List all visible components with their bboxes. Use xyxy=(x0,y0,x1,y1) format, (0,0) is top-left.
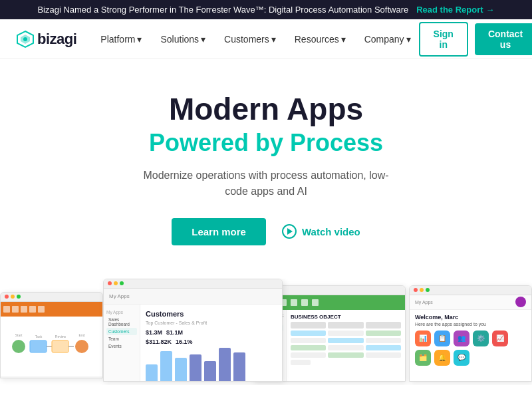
learn-more-button[interactable]: Learn more xyxy=(172,218,266,245)
grid-cell-9 xyxy=(366,345,401,350)
nav-platform[interactable]: Platform ▾ xyxy=(92,29,150,50)
stat-value-4: 16.1% xyxy=(176,338,193,345)
grid-row-2 xyxy=(291,338,401,343)
logo[interactable]: bizagi xyxy=(16,30,76,49)
stat-4: 16.1% xyxy=(176,338,193,345)
customers-panel-subtitle: Top Customer - Sales & Profit xyxy=(146,321,277,325)
svg-point-2 xyxy=(23,37,27,41)
watch-video-button[interactable]: Watch video xyxy=(282,224,360,239)
app-icon-item: ⚙️ xyxy=(473,331,489,346)
grid-cell-4 xyxy=(291,338,326,343)
grid-cell-13 xyxy=(291,360,311,365)
stat-1: $1.3M xyxy=(146,329,162,336)
toolbar-icon-3 xyxy=(21,306,27,313)
sidebar-item-customers: Customers xyxy=(106,328,137,335)
window-bar-mid xyxy=(104,279,282,289)
svg-point-5 xyxy=(12,340,25,353)
grid-cell-8 xyxy=(328,345,363,350)
user-avatar xyxy=(515,297,526,307)
app-icon-item: 🗂️ xyxy=(415,350,431,366)
svg-rect-6 xyxy=(30,340,47,352)
chart-bar xyxy=(175,358,187,382)
nav-resources[interactable]: Resources ▾ xyxy=(287,29,354,50)
process-flow-svg: Start Task Review End xyxy=(9,323,95,370)
app-icon-item: 👥 xyxy=(454,331,469,346)
toolbar-icon-4 xyxy=(29,306,36,313)
hero-title: Modern Apps xyxy=(13,92,519,126)
grid-cell-1 xyxy=(291,331,326,336)
svg-point-10 xyxy=(75,340,88,353)
navbar: bizagi Platform ▾ Solutions ▾ Customers … xyxy=(0,19,532,59)
hero-section: Modern Apps Powered by Process Modernize… xyxy=(0,59,532,265)
grid-header-1 xyxy=(291,322,326,329)
close-dot-far xyxy=(414,288,418,292)
hero-buttons: Learn more Watch video xyxy=(13,218,519,245)
svg-text:Task: Task xyxy=(35,334,42,338)
read-report-link[interactable]: Read the Report → xyxy=(416,5,494,15)
green-icon-5 xyxy=(301,299,308,306)
toolbar-icon-1 xyxy=(3,306,10,313)
grid-cell-6 xyxy=(366,338,401,343)
mid-nav-text: My Apps xyxy=(109,293,130,299)
stat-value-1: $1.3M xyxy=(146,329,162,336)
nav-customers[interactable]: Customers ▾ xyxy=(216,29,284,50)
maximize-dot-mid xyxy=(120,281,124,285)
play-triangle-icon xyxy=(287,228,293,235)
chart-bar xyxy=(146,364,158,382)
customers-panel-title: Customers xyxy=(146,310,277,318)
contact-button[interactable]: Contact us xyxy=(475,23,532,55)
signin-button[interactable]: Sign in xyxy=(419,22,468,57)
nav-actions: Sign in Contact us EN ▾ xyxy=(419,22,532,57)
grid-cell-5 xyxy=(328,338,363,343)
welcome-subtitle: Here are the apps assigned to you xyxy=(415,322,526,327)
app-icon-item: 📈 xyxy=(492,331,508,346)
grid-cell-3 xyxy=(366,331,401,336)
app-icon-item: 📋 xyxy=(434,331,450,346)
green-icon-4 xyxy=(291,299,297,306)
grid-row-5 xyxy=(291,360,401,365)
sidebar-item-events: Events xyxy=(106,342,137,350)
green-app-main: BUSINESS OBJECT xyxy=(287,310,405,381)
nav-links: Platform ▾ Solutions ▾ Customers ▾ Resou… xyxy=(92,29,418,50)
far-main: Welcome, Marc Here are the apps assigned… xyxy=(410,310,531,370)
app-icon-item: 🔔 xyxy=(434,350,450,366)
app-icon-item: 📊 xyxy=(415,331,431,346)
grid-cell-11 xyxy=(328,352,363,358)
bar-chart xyxy=(146,348,277,382)
close-dot xyxy=(5,295,9,299)
stat-value-2: $1.1M xyxy=(166,329,183,336)
maximize-dot xyxy=(17,295,21,299)
grid-header-row xyxy=(291,322,401,329)
chart-bar xyxy=(219,348,231,382)
stat-3: $311.82K xyxy=(146,338,172,345)
svg-rect-8 xyxy=(52,340,68,352)
stat-2: $1.1M xyxy=(166,329,183,336)
banner-text: Bizagi Named a Strong Performer in The F… xyxy=(37,5,408,15)
window-bar-left xyxy=(1,293,102,302)
mid-nav-strip: My Apps xyxy=(104,289,282,305)
hero-subtitle: Powered by Process xyxy=(13,129,519,157)
svg-text:End: End xyxy=(78,333,84,337)
nav-company[interactable]: Company ▾ xyxy=(356,29,419,50)
customers-dashboard-preview: My Apps My Apps Sales Dashboard Customer… xyxy=(103,279,283,382)
minimize-dot-mid xyxy=(114,281,118,285)
chart-bar xyxy=(190,354,201,382)
far-nav: My Apps xyxy=(410,295,531,310)
toolbar-icon-2 xyxy=(12,306,19,313)
hero-description: Modernize operations with process automa… xyxy=(140,168,392,200)
logo-text: bizagi xyxy=(37,31,76,48)
green-icon-6 xyxy=(312,299,319,306)
minimize-dot-far xyxy=(420,288,424,292)
grid-cell-10 xyxy=(291,352,326,358)
toolbar-icon-5 xyxy=(38,306,45,313)
grid-row-4 xyxy=(291,352,401,358)
welcome-title: Welcome, Marc xyxy=(415,314,526,321)
announcement-banner: Bizagi Named a Strong Performer in The F… xyxy=(0,0,532,19)
svg-text:Start: Start xyxy=(15,333,22,337)
myapps-welcome-preview: My Apps Welcome, Marc Here are the apps … xyxy=(409,285,532,382)
grid-header-3 xyxy=(366,322,401,329)
nav-solutions[interactable]: Solutions ▾ xyxy=(152,29,213,50)
orange-toolbar xyxy=(1,302,102,317)
window-bar-far xyxy=(410,286,531,295)
grid-cell-12 xyxy=(366,352,401,358)
